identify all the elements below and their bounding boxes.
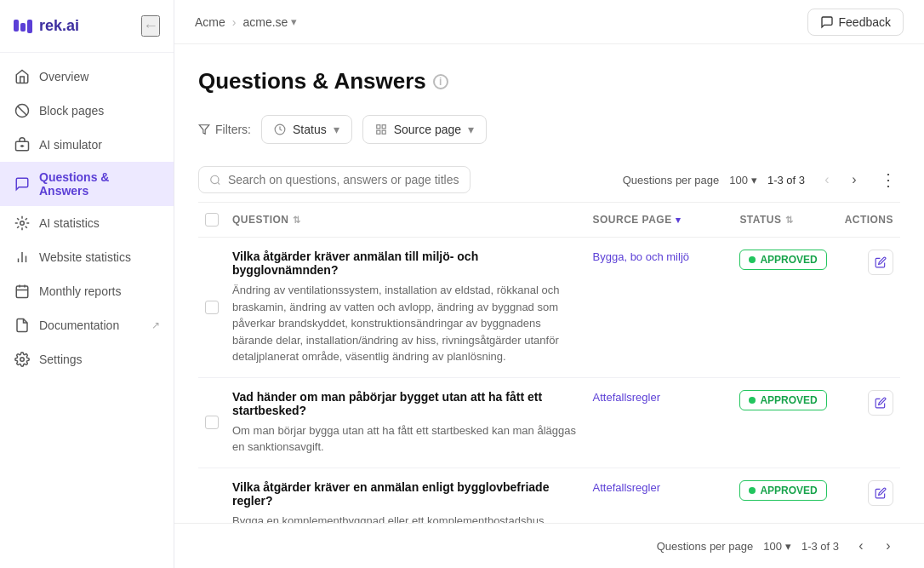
content-area: Questions & Answers i Filters: Status ▾ … (174, 44, 924, 523)
edit-icon-2 (875, 487, 887, 499)
edit-button-1[interactable] (868, 390, 893, 416)
question-sort-button[interactable]: QUESTION ⇅ (232, 214, 300, 226)
sidebar-item-block-pages[interactable]: Block pages (0, 94, 174, 128)
sidebar-item-settings-label: Settings (39, 353, 160, 366)
footer-pagination-buttons: ‹ › (849, 534, 900, 558)
source-page-filter-button[interactable]: Source page ▾ (362, 115, 487, 144)
table-header-row: QUESTION ⇅ SOURCE PAGE ▾ (198, 203, 900, 238)
status-label-0: APPROVED (760, 254, 817, 266)
logo: rek.ai (14, 17, 79, 35)
feedback-button[interactable]: Feedback (807, 9, 904, 36)
svg-marker-14 (199, 125, 209, 135)
status-sort-icon: ⇅ (785, 215, 793, 226)
footer-next-page-button[interactable]: › (876, 534, 900, 558)
sidebar-item-website-statistics-label: Website statistics (39, 250, 160, 264)
sidebar-header: rek.ai ← (0, 0, 174, 53)
block-icon (14, 102, 31, 119)
sidebar-item-monthly-reports[interactable]: Monthly reports (0, 274, 174, 308)
robot-icon (14, 136, 31, 153)
sidebar-collapse-button[interactable]: ← (141, 15, 160, 37)
page-size-selector[interactable]: 100 ▾ (729, 174, 757, 186)
select-all-header (198, 203, 225, 238)
sidebar-item-ai-statistics[interactable]: AI statistics (0, 206, 174, 240)
logo-icon (14, 20, 32, 33)
page-size-value: 100 (729, 174, 748, 186)
status-filter-button[interactable]: Status ▾ (261, 115, 352, 144)
source-page-cell-2: Attefallsregler (586, 468, 733, 523)
question-cell-1: Vad händer om man påbörjar bygget utan a… (225, 377, 586, 468)
next-page-button[interactable]: › (842, 168, 866, 192)
status-filter-label: Status (293, 123, 327, 136)
row-checkbox-cell (198, 238, 225, 378)
row-checkbox-cell (198, 377, 225, 468)
footer-page-range: 1-3 of 3 (801, 540, 839, 553)
ai-stats-icon (14, 215, 31, 232)
footer-prev-page-button[interactable]: ‹ (849, 534, 873, 558)
sidebar-item-questions-answers-label: Questions & Answers (39, 170, 160, 198)
question-title-0: Vilka åtgärder kräver anmälan till miljö… (232, 250, 579, 277)
svg-point-5 (20, 221, 25, 226)
logo-text: rek.ai (39, 17, 79, 35)
status-sort-button[interactable]: STATUS ⇅ (739, 214, 793, 226)
external-link-icon: ↗ (151, 319, 160, 331)
source-page-cell-0: Bygga, bo och miljö (586, 238, 733, 378)
footer-page-size-selector[interactable]: 100 ▾ (763, 540, 791, 553)
status-label-2: APPROVED (760, 485, 817, 496)
settings-icon (14, 351, 31, 368)
question-cell-0: Vilka åtgärder kräver anmälan till miljö… (225, 238, 586, 378)
logo-bar-1 (14, 20, 19, 32)
sidebar-item-documentation-label: Documentation (39, 318, 143, 332)
source-page-link-2[interactable]: Attefallsregler (593, 481, 660, 494)
sidebar-item-overview[interactable]: Overview (0, 60, 174, 94)
page-size-chevron: ▾ (751, 174, 757, 186)
footer-bar: Questions per page 100 ▾ 1-3 of 3 ‹ › (174, 523, 924, 568)
edit-button-2[interactable] (868, 480, 893, 506)
source-page-link-0[interactable]: Bygga, bo och miljö (593, 250, 689, 263)
documentation-icon (14, 317, 31, 334)
table-row: Vilka åtgärder kräver en anmälan enligt … (198, 468, 900, 523)
status-label-1: APPROVED (760, 394, 817, 406)
svg-rect-18 (376, 130, 379, 134)
sidebar-item-questions-answers[interactable]: Questions & Answers (0, 162, 174, 206)
sidebar-item-website-statistics[interactable]: Website statistics (0, 240, 174, 274)
more-options-button[interactable]: ⋮ (876, 168, 900, 192)
sidebar: rek.ai ← Overview Block pages AI simulat… (0, 0, 174, 568)
search-icon (209, 174, 221, 186)
svg-line-1 (18, 106, 27, 116)
logo-bar-2 (20, 23, 26, 32)
question-title-2: Vilka åtgärder kräver en anmälan enligt … (232, 480, 579, 508)
status-cell-2: APPROVED (733, 468, 837, 523)
sidebar-item-overview-label: Overview (39, 70, 160, 83)
select-all-checkbox[interactable] (205, 213, 219, 227)
edit-button-0[interactable] (868, 250, 893, 275)
status-filter-chevron: ▾ (334, 123, 339, 136)
question-cell-2: Vilka åtgärder kräver en anmälan enligt … (225, 468, 586, 523)
table-row: Vilka åtgärder kräver anmälan till miljö… (198, 238, 900, 378)
sidebar-item-ai-simulator[interactable]: AI simulator (0, 128, 174, 162)
question-sort-icon: ⇅ (293, 215, 300, 226)
row-checkbox-0[interactable] (205, 301, 219, 314)
actions-cell-0 (838, 238, 900, 378)
source-page-sort-button[interactable]: SOURCE PAGE ▾ (593, 214, 682, 226)
info-icon[interactable]: i (433, 74, 448, 89)
source-sort-icon: ▾ (676, 215, 681, 226)
prev-page-button[interactable]: ‹ (815, 168, 839, 192)
monthly-reports-icon (14, 283, 31, 300)
search-input[interactable] (228, 173, 459, 186)
sidebar-item-documentation[interactable]: Documentation ↗ (0, 308, 174, 342)
source-page-link-1[interactable]: Attefallsregler (593, 391, 660, 404)
logo-bar-3 (27, 20, 32, 33)
search-box[interactable] (198, 166, 471, 193)
breadcrumb-current[interactable]: acme.se ▾ (242, 15, 297, 29)
breadcrumb-root[interactable]: Acme (195, 15, 225, 29)
svg-rect-9 (16, 286, 28, 298)
svg-point-20 (211, 175, 219, 183)
status-cell-0: APPROVED (733, 238, 837, 378)
row-checkbox-1[interactable] (205, 416, 219, 429)
source-page-column-header: SOURCE PAGE ▾ (586, 203, 733, 238)
question-body-1: Om man börjar bygga utan att ha fått ett… (232, 422, 579, 456)
sidebar-item-settings[interactable]: Settings (0, 342, 174, 376)
status-filter-icon (274, 123, 286, 135)
breadcrumb-current-label: acme.se (242, 15, 288, 29)
table-row: Vad händer om man påbörjar bygget utan a… (198, 377, 900, 468)
